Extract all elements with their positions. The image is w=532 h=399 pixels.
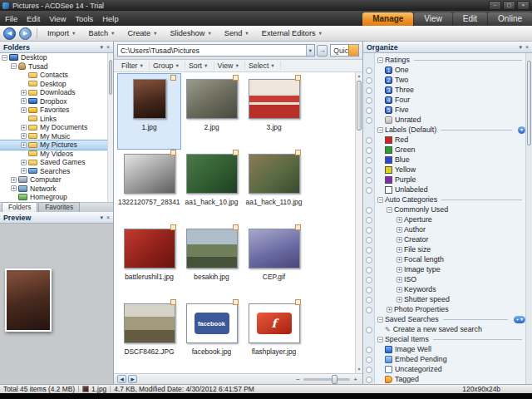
path-dropdown[interactable]: C:\Users\Tusad\Pictures ▼ xyxy=(117,44,315,57)
expander-icon[interactable]: + xyxy=(397,267,402,273)
folder-computer[interactable]: + Computer xyxy=(0,175,107,185)
search-icon[interactable] xyxy=(348,45,358,56)
expander-icon[interactable]: + xyxy=(397,217,402,223)
expander-icon[interactable]: + xyxy=(21,142,27,148)
cat-file-size[interactable]: + File size xyxy=(363,244,525,254)
tag-checkbox[interactable] xyxy=(295,299,301,305)
tab-view[interactable]: View xyxy=(414,12,452,26)
thumb-3-jpg[interactable]: 3.jpg xyxy=(243,74,305,149)
folder-homegroup[interactable]: Homegroup xyxy=(0,193,107,202)
tab-manage[interactable]: Manage xyxy=(362,12,413,26)
expander-icon[interactable]: + xyxy=(397,277,402,283)
label-green[interactable]: Green xyxy=(363,145,525,155)
expander-icon[interactable]: + xyxy=(21,107,27,113)
expander-icon[interactable]: + xyxy=(397,297,402,303)
menu-file[interactable]: File xyxy=(5,14,17,23)
quick-select-circle[interactable] xyxy=(366,327,372,333)
expander-icon[interactable]: + xyxy=(21,98,27,104)
thumbnail-image[interactable]: f xyxy=(249,303,300,343)
scrollbar-thumb[interactable] xyxy=(109,60,112,95)
tag-checkbox[interactable] xyxy=(295,150,301,155)
thumbnail-image[interactable] xyxy=(186,79,238,119)
tag-checkbox[interactable] xyxy=(170,150,176,155)
rating-three[interactable]: 3 Three xyxy=(363,85,525,95)
section-ratings[interactable]: − Ratings xyxy=(363,55,525,65)
quick-select-circle[interactable] xyxy=(366,227,372,234)
expander-icon[interactable]: − xyxy=(387,207,392,213)
label-purple[interactable]: Purple xyxy=(363,175,525,185)
scroll-down-icon[interactable]: ▼ xyxy=(356,366,362,373)
expander-icon[interactable]: + xyxy=(21,90,27,96)
cat-keywords[interactable]: + Keywords xyxy=(363,284,525,294)
special-image-well[interactable]: Image Well xyxy=(363,344,525,354)
folder-network[interactable]: + Network xyxy=(0,185,107,194)
quick-select-circle[interactable] xyxy=(366,377,372,383)
rating-one[interactable]: 1 One xyxy=(363,65,525,75)
expander-icon[interactable]: − xyxy=(2,55,7,61)
select-menu[interactable]: Select▼ xyxy=(245,62,281,70)
quick-select-circle[interactable] xyxy=(366,277,372,283)
quick-search-input[interactable]: Quic xyxy=(330,44,359,57)
cat-author[interactable]: + Author xyxy=(363,224,525,234)
chevron-down-icon[interactable]: ▼ xyxy=(306,45,314,56)
minimize-button[interactable]: – xyxy=(489,1,501,10)
quick-select-circle[interactable] xyxy=(366,147,372,154)
folder-user-desktop[interactable]: Desktop xyxy=(0,80,107,89)
tag-checkbox[interactable] xyxy=(295,224,301,230)
cat-commonly-used[interactable]: − Commonly Used xyxy=(363,204,525,214)
vertical-scrollbar[interactable]: ▲ ▼ xyxy=(355,72,362,373)
folder-tusad[interactable]: − Tusad xyxy=(0,62,107,71)
folder-links[interactable]: Links xyxy=(0,115,107,124)
thumb-aa1-hack-110[interactable]: aa1_hack_110.jpg xyxy=(243,149,305,224)
tag-checkbox[interactable] xyxy=(170,224,176,230)
zoom-out-icon[interactable]: − xyxy=(294,376,302,383)
maximize-button[interactable]: ▢ xyxy=(503,1,515,10)
section-auto-categories[interactable]: − Auto Categories xyxy=(363,195,525,204)
close-icon[interactable]: × xyxy=(525,44,529,51)
folder-contacts[interactable]: Contacts xyxy=(0,71,107,80)
tag-checkbox[interactable] xyxy=(170,299,176,305)
quick-select-circle[interactable] xyxy=(366,347,372,353)
rating-unrated[interactable]: Unrated xyxy=(363,115,525,125)
cat-focal-length[interactable]: + Focal length xyxy=(363,254,525,264)
quick-select-circle[interactable] xyxy=(366,107,372,114)
quick-select-circle[interactable] xyxy=(366,87,372,94)
expander-icon[interactable]: + xyxy=(11,185,17,191)
folder-tree-scrollbar[interactable] xyxy=(107,53,113,202)
menu-edit[interactable]: Edit xyxy=(27,14,40,23)
quick-select-circle[interactable] xyxy=(366,137,372,144)
expander-icon[interactable]: + xyxy=(397,247,402,253)
quick-select-circle[interactable] xyxy=(366,287,372,293)
folder-dropbox[interactable]: + Dropbox xyxy=(0,97,107,106)
thumbnail-image[interactable] xyxy=(124,303,175,343)
expander-icon[interactable]: + xyxy=(21,125,27,131)
menu-view[interactable]: View xyxy=(49,14,66,23)
folder-desktop[interactable]: − Desktop xyxy=(0,53,107,62)
tag-checkbox[interactable] xyxy=(233,224,239,230)
scroll-up-icon[interactable]: ▲ xyxy=(356,72,362,80)
folder-my-videos[interactable]: My Videos xyxy=(0,150,107,159)
thumb-2-jpg[interactable]: 2.jpg xyxy=(180,74,243,149)
toolbar-batch[interactable]: Batch▼ xyxy=(84,27,121,39)
expander-icon[interactable]: + xyxy=(397,237,402,243)
organize-scrollbar[interactable] xyxy=(525,53,532,384)
quick-select-circle[interactable] xyxy=(366,67,372,74)
thumb-aa1-hack-10[interactable]: aa1_hack_10.jpg xyxy=(180,149,243,224)
folder-favorites[interactable]: + Favorites xyxy=(0,106,107,115)
expander-icon[interactable]: − xyxy=(377,337,383,342)
expander-icon[interactable]: − xyxy=(377,197,383,203)
zoom-slider[interactable] xyxy=(303,378,350,381)
tag-checkbox[interactable] xyxy=(233,75,239,81)
thumb-1-jpg[interactable]: 1.jpg xyxy=(118,74,180,149)
rating-five[interactable]: 5 Five xyxy=(363,105,525,115)
folder-my-music[interactable]: + My Music xyxy=(0,132,107,141)
expander-icon[interactable]: + xyxy=(397,227,402,233)
close-button[interactable]: × xyxy=(517,1,530,10)
thumbnail-image[interactable] xyxy=(124,154,175,194)
folder-downloads[interactable]: + Downloads xyxy=(0,88,107,97)
special-tagged[interactable]: Tagged xyxy=(363,374,525,384)
create-saved-search[interactable]: ✎ Create a new saved search xyxy=(363,324,525,334)
thumb-flashplayer[interactable]: f flashplayer.jpg xyxy=(243,298,305,373)
section-special-items[interactable]: − Special Items xyxy=(363,334,525,344)
tag-checkbox[interactable] xyxy=(233,299,239,305)
